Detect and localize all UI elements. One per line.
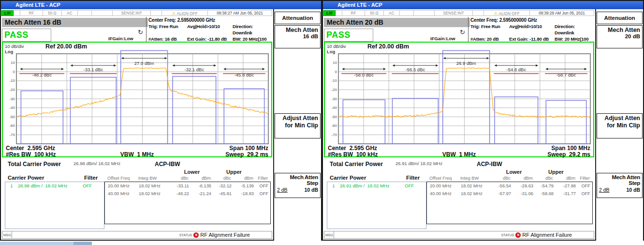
sweep-annotation: Sweep 29.2 ms — [181, 151, 268, 158]
svg-text:-40: -40 — [9, 106, 15, 110]
acp-cell: -27.88 — [556, 183, 578, 190]
acp-ibw-label: ACP-IBW — [477, 161, 502, 168]
rotate-arrow-icon: ↻ — [138, 29, 143, 36]
carrier-row: 1 26.91 dBm / 18.02 MHz OFF — [327, 182, 426, 190]
status-cell-empty — [399, 10, 414, 16]
step-option-10db[interactable]: 10 dB — [304, 187, 318, 193]
impedance-indicator: 50 Ω — [365, 10, 384, 16]
acp-cell: -18.83 — [234, 190, 256, 198]
clock: 08:38:27 AM Jun 05, 2021 — [207, 10, 272, 16]
active-function-label: Mech Atten 20 dB — [327, 18, 383, 26]
window-titlebar[interactable]: Agilent LTE - ACP — [1, 1, 321, 9]
status-label: STATUS — [501, 233, 514, 237]
svg-text:27.0 dBm: 27.0 dBm — [134, 61, 154, 66]
mech-atten-softkey[interactable]: Mech Atten 16 dB — [275, 25, 321, 48]
table-row: 40.00 MHz 18.02 MHz -48.22 -21.24 -45.81… — [105, 190, 270, 198]
impedance-indicator: 50 Ω — [43, 10, 62, 16]
rf-indicator: RF — [342, 10, 365, 16]
msg-label: MSG — [324, 231, 334, 238]
sweep-annotation: Sweep 29.2 ms — [503, 151, 590, 158]
coupling-indicator: AC — [61, 10, 78, 16]
total-carrier-power-value: 26.98 dBm/ 18.02 MHz — [73, 161, 120, 166]
carrier-filter-value: OFF — [405, 182, 426, 190]
col-lower-dbm: dBm — [190, 176, 213, 181]
svg-text:-54.8 dBc: -54.8 dBc — [506, 67, 526, 72]
warning-icon: ⚠ — [494, 11, 498, 16]
adjust-atten-line1: Adjust Atten — [277, 115, 318, 122]
col-integ-bw: Integ BW — [459, 176, 493, 181]
acp-cell: OFF — [578, 183, 592, 190]
svg-text:-32.1 dBc: -32.1 dBc — [184, 67, 204, 72]
acp-cell: -33.11 — [172, 183, 191, 190]
carrier-filter-header: Filter — [406, 175, 420, 181]
if-gain-label: IFGain:Low — [430, 36, 455, 41]
mech-atten-step-softkey[interactable]: Mech Atten Step 2 dB 10 dB — [597, 173, 643, 198]
rbw-annotation: #Res BW 100 kHz — [328, 151, 415, 158]
status-cell-empty — [336, 10, 342, 16]
acp-cell: 18.02 MHz — [460, 183, 494, 190]
status-cell-empty — [472, 10, 484, 16]
step-option-2db[interactable]: 2 dB — [277, 187, 288, 193]
pass-label: PASS — [2, 30, 29, 40]
mech-atten-step-softkey[interactable]: Mech Atten Step 2 dB 10 dB — [275, 173, 321, 198]
step-option-2db[interactable]: 2 dB — [599, 187, 610, 193]
carrier-power-header: Carrier Power — [8, 175, 44, 181]
mech-atten-softkey[interactable]: Mech Atten 20 dB — [597, 25, 643, 48]
window-titlebar[interactable]: Agilent LTE - ACP — [323, 1, 643, 9]
acp-cell: 18.02 MHz — [138, 183, 172, 190]
rbw-annotation: #Res BW 100 kHz — [6, 151, 93, 158]
error-icon: ✕ — [515, 232, 521, 238]
rotate-arrow-icon: ↻ — [460, 29, 465, 36]
carrier-index: 1 — [327, 182, 340, 190]
status-message: RF Alignment Failure — [200, 232, 250, 238]
acp-column-headers: Offset Freq Integ BW dBc dBm dBc dBm Fil… — [426, 176, 593, 181]
active-function-label: Mech Atten 16 dB — [5, 18, 61, 26]
mech-atten-value: 16 dB — [277, 33, 318, 39]
analyzer-window: Agilent LTE - ACP LXI RF 50 Ω AC SENSE:I… — [0, 0, 322, 241]
acp-cell: -45.81 — [213, 190, 234, 198]
acp-cell: OFF — [256, 190, 270, 198]
col-filter: Filter — [577, 176, 592, 181]
status-cell-empty — [91, 10, 113, 16]
adjust-atten-softkey[interactable]: Adjust Atten for Min Clip — [597, 113, 643, 138]
total-carrier-power-value: 26.91 dBm/ 18.02 MHz — [395, 161, 442, 166]
acp-cell: -57.97 — [494, 190, 513, 198]
acp-cell: -48.22 — [172, 190, 191, 198]
col-filter: Filter — [255, 176, 270, 181]
carrier-power-header: Carrier Power — [330, 175, 366, 181]
svg-text:-20: -20 — [9, 88, 15, 92]
coupling-indicator: AC — [383, 10, 400, 16]
svg-text:-60: -60 — [9, 123, 15, 128]
if-gain-label: IFGain:Low — [108, 36, 133, 41]
acp-cell: -56.54 — [494, 183, 513, 190]
acp-cell: 18.02 MHz — [460, 190, 494, 198]
svg-text:-48.2 dBc: -48.2 dBc — [32, 72, 52, 77]
col-lower-dbm: dBm — [512, 176, 535, 181]
lxi-badge: LXI — [322, 10, 336, 16]
spectrum-display: 10 dB/div Log Ref 20.00 dBm 100-10-20-30… — [324, 42, 594, 157]
message-status-bar: MSG STATUS ✕ RF Alignment Failure — [324, 231, 594, 239]
vbw-annotation: VBW 1 MHz — [415, 151, 503, 158]
acp-cell: OFF — [256, 183, 270, 190]
acp-group-header: Lower Upper — [104, 169, 271, 175]
status-cell-empty — [77, 10, 92, 16]
background-window-edge — [0, 242, 92, 245]
align-off-indicator: ⚠ALIGN OFF — [161, 10, 208, 16]
instrument-status-strip: LXI RF 50 Ω AC SENSE:INT ⚠ALIGN OFF 08:3… — [323, 9, 594, 17]
acp-cell: 40.00 MHz — [107, 190, 138, 198]
step-option-10db[interactable]: 10 dB — [626, 187, 640, 193]
measurement-results: Total Carrier Power 26.91 dBm/ 18.02 MHz… — [323, 158, 594, 231]
acp-results-table: 20.00 MHz 18.02 MHz -33.11 -6.135 -32.12… — [104, 182, 271, 224]
upper-group-label: Upper — [213, 169, 255, 175]
adjust-atten-softkey[interactable]: Adjust Atten for Min Clip — [275, 113, 321, 138]
acp-cell: -5.139 — [234, 183, 256, 190]
total-carrier-power-label: Total Carrier Power — [330, 161, 383, 168]
active-function-bar: Mech Atten 16 dB — [2, 18, 148, 27]
col-offset-freq: Offset Freq — [428, 176, 459, 181]
svg-text:-40: -40 — [331, 106, 337, 110]
upper-group-label: Upper — [535, 169, 577, 175]
lxi-badge: LXI — [0, 10, 14, 16]
svg-text:-30: -30 — [331, 97, 337, 101]
menu-title: Attenuation — [275, 12, 321, 24]
clock: 08:39:29 AM Jun 05, 2021 — [529, 10, 594, 16]
